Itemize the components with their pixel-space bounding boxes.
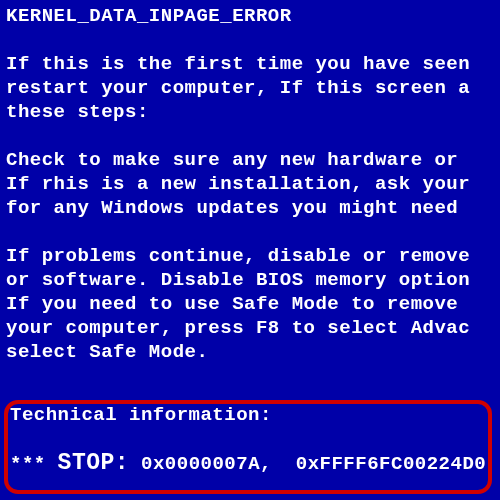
text-line: your computer, press F8 to select Advac <box>6 316 500 340</box>
stop-code-line: *** STOP: 0x0000007A, 0xFFFF6FC00224D0 <box>10 451 486 475</box>
paragraph-2: Check to make sure any new hardware or I… <box>6 148 500 220</box>
text-line: for any Windows updates you might need <box>6 196 500 220</box>
error-title: KERNEL_DATA_INPAGE_ERROR <box>6 4 500 28</box>
stop-label: STOP: <box>58 450 130 476</box>
tech-heading: Technical information: <box>10 403 486 427</box>
paragraph-3: If problems continue, disable or remove … <box>6 244 500 364</box>
paragraph-1: If this is the first time you have seen … <box>6 52 500 124</box>
text-line: these steps: <box>6 100 500 124</box>
error-title-block: KERNEL_DATA_INPAGE_ERROR <box>6 4 500 28</box>
text-line: select Safe Mode. <box>6 340 500 364</box>
text-line: restart your computer, If this screen a <box>6 76 500 100</box>
text-line: or software. Disable BIOS memory option <box>6 268 500 292</box>
text-line: If problems continue, disable or remove <box>6 244 500 268</box>
text-line: If you need to use Safe Mode to remove <box>6 292 500 316</box>
stop-code-1: 0x0000007A, <box>129 453 272 475</box>
stop-stars: *** <box>10 453 58 475</box>
text-line: If rhis is a new installation, ask your <box>6 172 500 196</box>
text-line: Check to make sure any new hardware or <box>6 148 500 172</box>
bsod-screen: KERNEL_DATA_INPAGE_ERROR If this is the … <box>0 0 500 364</box>
technical-information: Technical information: *** STOP: 0x00000… <box>10 403 486 475</box>
text-line: If this is the first time you have seen <box>6 52 500 76</box>
stop-code-2: 0xFFFF6FC00224D0 <box>296 453 486 475</box>
